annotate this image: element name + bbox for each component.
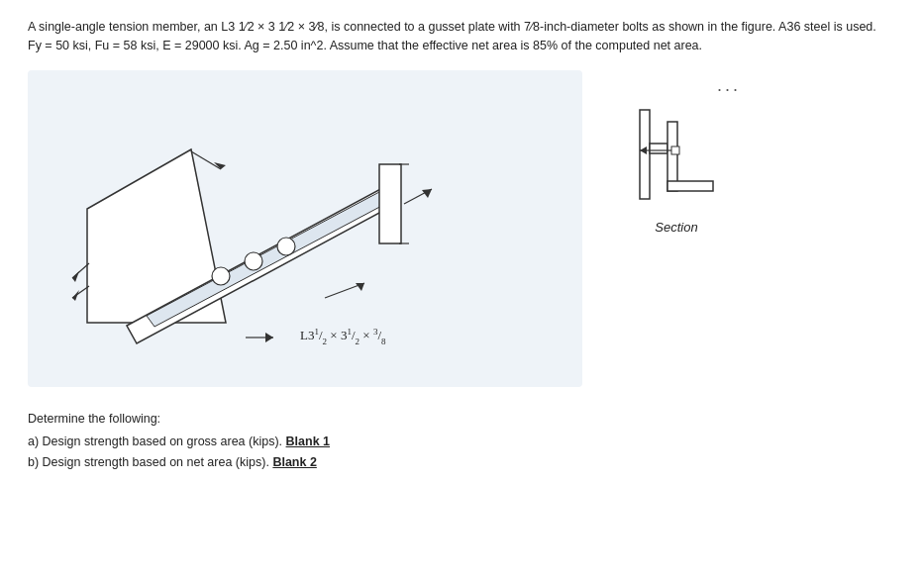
svg-rect-25: [667, 181, 713, 191]
section-container: ... Section: [612, 75, 741, 235]
figure-svg: L31/2 × 31/2 × 3/8: [28, 70, 582, 377]
svg-rect-26: [671, 146, 679, 154]
svg-line-7: [191, 151, 221, 169]
figure-container: L31/2 × 31/2 × 3/8: [28, 70, 582, 387]
problem-text: A single-angle tension member, an L3 1⁄2…: [28, 18, 889, 56]
svg-rect-22: [640, 110, 650, 199]
svg-marker-18: [265, 333, 273, 342]
question-b: b) Design strength based on net area (ki…: [28, 452, 896, 473]
svg-point-3: [212, 267, 230, 285]
svg-marker-14: [72, 290, 79, 301]
question-a: a) Design strength based on gross area (…: [28, 432, 896, 452]
section-svg: [612, 100, 741, 214]
svg-rect-23: [650, 144, 667, 153]
section-label: Section: [655, 220, 697, 235]
svg-point-5: [277, 238, 295, 255]
determine-header: Determine the following:: [28, 409, 896, 430]
svg-marker-10: [356, 283, 364, 291]
page: A single-angle tension member, an L3 1⁄2…: [0, 0, 924, 580]
menu-dots[interactable]: ...: [717, 75, 741, 96]
svg-point-4: [245, 252, 262, 270]
content-row: L31/2 × 31/2 × 3/8 ...: [28, 70, 896, 387]
svg-rect-6: [379, 164, 401, 243]
svg-text:L31/2
           × 31/2
      : L31/2 × 31/2 × 3/8: [300, 327, 386, 346]
blank-2[interactable]: Blank 2: [272, 455, 316, 469]
questions: Determine the following: a) Design stren…: [28, 409, 896, 474]
blank-1[interactable]: Blank 1: [286, 435, 330, 448]
